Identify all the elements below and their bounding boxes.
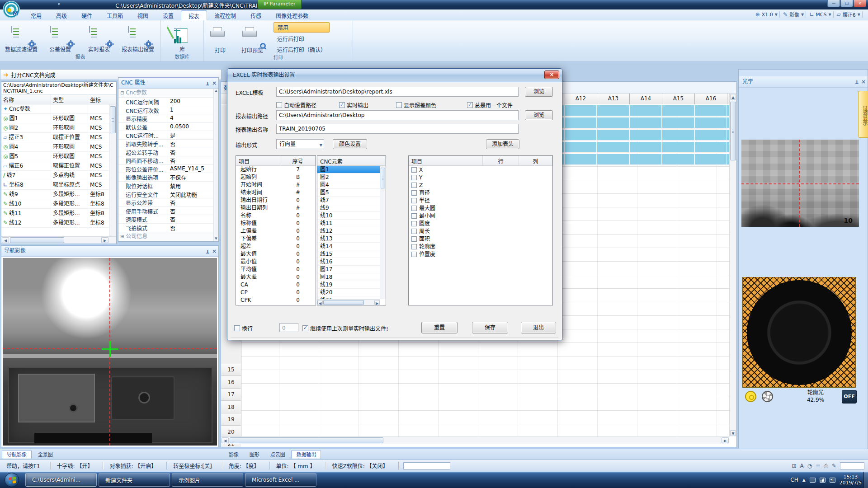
grid-horizontal-scrollbar[interactable]: ◀ ▶ <box>221 436 729 444</box>
grid-vertical-scrollbar[interactable]: ▲ ▼ <box>729 94 736 436</box>
property-row[interactable]: CNC运行时... 是 <box>118 131 218 140</box>
print-option[interactable]: 禁用 <box>274 22 330 33</box>
exit-button[interactable]: 退出 <box>521 322 556 333</box>
continue-last-file-checkbox[interactable]: 继续使用上次测量实时输出文件! <box>302 324 388 332</box>
layers-icon[interactable]: ≡ <box>816 463 820 469</box>
output-item-row[interactable]: 最大圆 <box>409 204 552 212</box>
browse-path-button[interactable]: 浏览 <box>525 110 553 120</box>
close-icon[interactable]: × <box>861 76 866 87</box>
report-item-row[interactable]: CPK 0 <box>236 296 316 304</box>
lamp-color-icon[interactable] <box>745 391 756 402</box>
tree-row[interactable]: 线12 多段矩形... 坐标8 <box>1 218 116 228</box>
property-row[interactable]: 飞拍模式 否 <box>118 224 218 232</box>
checkbox-icon[interactable] <box>411 213 417 219</box>
tree-row[interactable]: 线7 多点构线 MCS <box>1 171 116 180</box>
checkbox-icon[interactable] <box>411 206 417 211</box>
text-tool-icon[interactable]: A <box>800 463 804 469</box>
filter-display-side-tab[interactable]: 过滤显示 <box>858 91 868 138</box>
property-value[interactable]: 是 <box>167 131 218 139</box>
checkbox-icon[interactable] <box>411 252 417 257</box>
tree-row[interactable]: 圆1 环形取圆 MCS <box>1 114 116 123</box>
tree-vertical-scrollbar[interactable] <box>109 104 116 236</box>
quick-access-arrow-icon[interactable]: ▾ <box>58 2 60 6</box>
ribbon-tab[interactable]: 视图 <box>130 10 156 20</box>
edit-icon[interactable]: ✎ <box>832 463 836 469</box>
excel-template-input[interactable]: C:\Users\Administrator\Desktop\report.xl… <box>276 87 519 97</box>
grid-row-number[interactable]: 17 <box>221 389 241 401</box>
output-item-row[interactable]: 位置度 <box>409 250 552 258</box>
property-value[interactable]: 不保存 <box>167 173 218 181</box>
checkbox-icon[interactable] <box>467 102 473 108</box>
cnc-element-row[interactable]: 圆4 <box>317 181 380 189</box>
properties-scrollbar[interactable]: ▲▼ <box>213 89 218 241</box>
grid-column-header[interactable]: A12 <box>565 94 597 104</box>
property-row[interactable]: 默认公差 0.0500 <box>118 123 218 131</box>
grid-column-header[interactable]: A14 <box>630 94 662 104</box>
tree-row[interactable]: 圆2 环形取圆 MCS <box>1 123 116 133</box>
view-control[interactable]: ▱ 摆正6 ▼ <box>837 11 863 18</box>
checkbox-icon[interactable] <box>411 167 417 173</box>
tray-app-icon[interactable] <box>810 478 816 483</box>
cnc-element-row[interactable]: 线7 <box>317 197 380 204</box>
center-view-tab[interactable]: 点云图 <box>266 450 290 460</box>
ribbon-tab[interactable]: 常用 <box>24 10 49 20</box>
cnc-element-row[interactable]: 线9 <box>317 204 380 212</box>
report-item-row[interactable]: 名称 0 <box>236 212 316 220</box>
report-item-row[interactable]: 起始行 7 <box>236 166 316 174</box>
left-view-tab[interactable]: 全景图 <box>33 450 57 460</box>
report-item-row[interactable]: 最大值 0 <box>236 250 316 258</box>
property-value[interactable]: 关闭此功能 <box>167 190 218 198</box>
browse-template-button[interactable]: 浏览 <box>525 87 553 97</box>
library-button[interactable]: 库 <box>163 21 202 54</box>
tree-row[interactable]: 线9 多段矩形... 坐标8 <box>1 190 116 199</box>
tree-row[interactable]: 圆5 环形取圆 MCS <box>1 152 116 161</box>
checkbox-icon[interactable] <box>411 183 417 188</box>
show-desktop-button[interactable] <box>863 472 868 488</box>
tree-row[interactable]: 线11 多段矩形... 坐标8 <box>1 209 116 218</box>
cnc-element-row[interactable]: 圆17 <box>317 266 380 273</box>
report-item-row[interactable]: 标称值 0 <box>236 220 316 227</box>
view-control[interactable]: ∟ MCS ▼ <box>809 11 833 18</box>
property-value[interactable]: 否 <box>167 148 218 156</box>
property-row[interactable]: 限位对话框 禁用 <box>118 182 218 190</box>
grid-toggle-icon[interactable]: ⊞ <box>792 463 797 469</box>
view-control[interactable]: ✎ 影像 ▼ <box>783 11 806 18</box>
property-value[interactable]: 否 <box>167 207 218 215</box>
ribbon-tab[interactable]: 高级 <box>49 10 74 20</box>
checkbox-icon[interactable] <box>411 229 417 234</box>
optical-live-image[interactable]: 10 <box>741 140 859 227</box>
center-view-tab[interactable]: 影像 <box>224 450 243 460</box>
view-control[interactable]: ⊕ X1.0 ▼ <box>755 11 780 18</box>
save-button[interactable]: 保存 <box>472 322 508 333</box>
property-row[interactable]: 运行安全文件 关闭此功能 <box>118 190 218 199</box>
report-item-row[interactable]: 输出日期行 0 <box>236 197 316 204</box>
lens-view-image[interactable] <box>742 277 856 388</box>
task-button[interactable]: Microsoft Excel ... <box>245 473 316 487</box>
property-value[interactable]: 否 <box>167 215 218 223</box>
light-off-button[interactable]: OFF <box>842 390 857 404</box>
checkbox-icon[interactable] <box>411 198 417 203</box>
center-view-tab[interactable]: 图形 <box>245 450 264 460</box>
property-row[interactable]: 超公差转手动 否 <box>118 148 218 157</box>
print-icon[interactable]: ⎙ <box>824 463 828 469</box>
pin-icon[interactable]: T <box>855 76 859 87</box>
speaker-icon[interactable] <box>830 478 835 483</box>
task-button[interactable]: C:\Users\Admini... <box>25 473 97 487</box>
grid-column-header[interactable]: A13 <box>597 94 630 104</box>
ribbon-tab[interactable]: 设置 <box>156 10 181 20</box>
pin-icon[interactable]: T <box>206 78 209 89</box>
chevron-down-icon[interactable]: ▼ <box>828 13 831 17</box>
property-value[interactable]: 4 <box>167 114 218 122</box>
ribbon-button[interactable]: 实时报表 <box>80 21 118 54</box>
checkbox-icon[interactable] <box>276 102 282 108</box>
ribbon-tab[interactable]: 报表 <box>181 10 207 20</box>
reset-button[interactable]: 重置 <box>421 322 458 333</box>
print-option[interactable]: 运行后打印 <box>274 34 330 43</box>
grid-column-header[interactable]: A15 <box>662 94 695 104</box>
property-row[interactable]: 显示公差带 否 <box>118 198 218 207</box>
chevron-down-icon[interactable]: ▼ <box>801 13 804 17</box>
ip-parameter-tab[interactable]: IP Parameter <box>258 0 302 9</box>
tree-row[interactable]: 线10 多段矩形... 坐标8 <box>1 199 116 209</box>
cnc-element-row[interactable]: 线12 <box>317 227 380 235</box>
pin-icon[interactable]: T <box>206 246 209 257</box>
